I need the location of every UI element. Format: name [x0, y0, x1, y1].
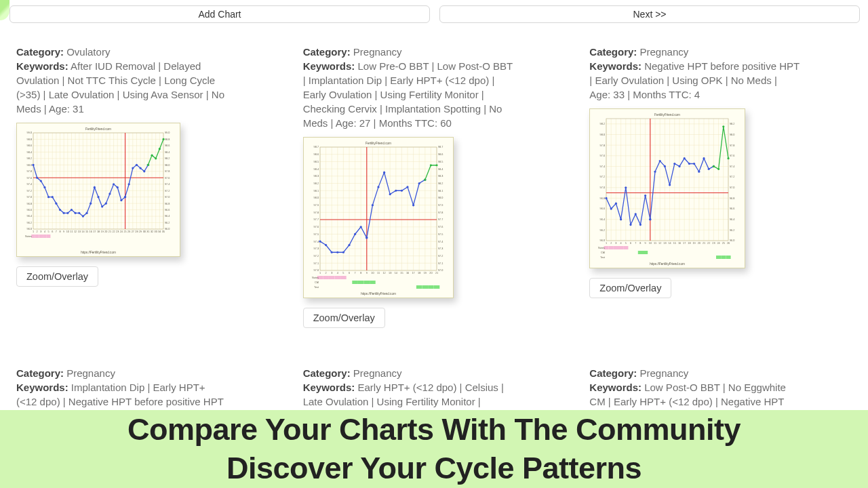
svg-text:15: 15 — [85, 230, 88, 233]
svg-point-278 — [377, 186, 379, 188]
svg-point-140 — [101, 205, 103, 207]
zoom-overlay-button[interactable]: Zoom/Overlay — [303, 308, 385, 328]
chart-thumbnail[interactable]: 96.096.096.296.296.496.496.696.696.896.8… — [589, 108, 745, 268]
svg-rect-163 — [47, 235, 51, 238]
svg-text:97.2: 97.2 — [438, 255, 443, 258]
svg-text:97.8: 97.8 — [600, 144, 605, 147]
svg-point-276 — [366, 237, 368, 239]
svg-text:16: 16 — [406, 272, 409, 274]
svg-text:https://FertilityFriend.com: https://FertilityFriend.com — [81, 251, 116, 254]
svg-point-271 — [342, 251, 344, 253]
svg-text:97.4: 97.4 — [600, 165, 605, 168]
chart-thumbnail[interactable]: 97.097.097.197.197.297.297.397.397.497.4… — [303, 137, 454, 298]
svg-text:97.1: 97.1 — [438, 262, 443, 265]
svg-rect-301 — [416, 285, 422, 289]
svg-point-425 — [717, 168, 719, 170]
svg-text:96.0: 96.0 — [27, 228, 32, 230]
chart-card: Category: PregnancyKeywords: Negative HP… — [589, 45, 852, 328]
svg-point-149 — [132, 167, 134, 169]
svg-point-404 — [625, 186, 627, 188]
svg-text:7: 7 — [354, 272, 355, 274]
svg-point-283 — [406, 186, 408, 188]
svg-text:17: 17 — [93, 230, 96, 233]
svg-text:26: 26 — [127, 230, 130, 233]
svg-text:1: 1 — [606, 242, 607, 245]
category-label: Category: — [589, 46, 637, 58]
svg-point-151 — [140, 167, 142, 169]
svg-text:Notes: Notes — [598, 247, 605, 249]
svg-point-426 — [723, 125, 725, 127]
zoom-overlay-button[interactable]: Zoom/Overlay — [16, 266, 98, 287]
svg-text:7: 7 — [635, 242, 636, 245]
svg-point-136 — [85, 212, 87, 214]
svg-text:97.6: 97.6 — [313, 226, 318, 228]
svg-text:8: 8 — [59, 230, 60, 233]
svg-text:96.0: 96.0 — [165, 228, 170, 230]
svg-text:98.1: 98.1 — [438, 190, 443, 192]
svg-text:20: 20 — [429, 272, 432, 274]
svg-text:26: 26 — [727, 242, 730, 245]
svg-point-141 — [105, 203, 107, 205]
zoom-overlay-button[interactable]: Zoom/Overlay — [589, 278, 671, 298]
svg-point-158 — [162, 138, 164, 140]
svg-rect-304 — [433, 285, 439, 289]
svg-text:15: 15 — [400, 272, 403, 274]
svg-point-138 — [94, 186, 96, 188]
svg-rect-299 — [370, 281, 376, 284]
svg-text:9: 9 — [366, 272, 367, 274]
svg-point-155 — [151, 155, 153, 157]
svg-rect-298 — [363, 281, 370, 284]
svg-point-400 — [606, 197, 608, 199]
svg-text:11: 11 — [377, 272, 380, 274]
add-chart-button[interactable]: Add Chart — [9, 5, 430, 23]
svg-rect-293 — [334, 276, 340, 279]
svg-point-145 — [120, 199, 122, 201]
svg-point-137 — [90, 203, 92, 205]
svg-text:97.8: 97.8 — [313, 211, 318, 214]
svg-text:10: 10 — [371, 272, 374, 274]
svg-point-133 — [75, 212, 77, 214]
svg-rect-292 — [329, 276, 335, 279]
svg-text:3: 3 — [40, 230, 41, 233]
svg-rect-162 — [43, 235, 47, 238]
svg-text:25: 25 — [123, 230, 126, 233]
svg-point-122 — [32, 164, 34, 166]
svg-text:https://FertilityFriend.com: https://FertilityFriend.com — [650, 262, 686, 266]
svg-text:20: 20 — [698, 242, 701, 245]
svg-point-130 — [63, 212, 65, 214]
svg-text:23: 23 — [713, 242, 715, 245]
svg-text:96.6: 96.6 — [165, 209, 170, 211]
svg-text:98.0: 98.0 — [730, 134, 734, 136]
category-value: Pregnancy — [353, 46, 402, 58]
svg-text:98.6: 98.6 — [438, 153, 443, 156]
svg-text:2: 2 — [325, 272, 326, 274]
svg-point-402 — [615, 203, 617, 205]
svg-text:97.5: 97.5 — [438, 233, 443, 236]
svg-rect-296 — [352, 281, 358, 284]
banner-line-2: Discover Your Cycle Patterns — [226, 449, 642, 487]
svg-text:14: 14 — [394, 272, 397, 274]
svg-text:96.6: 96.6 — [27, 209, 32, 211]
svg-text:97.4: 97.4 — [730, 165, 734, 168]
svg-text:96.8: 96.8 — [27, 203, 32, 205]
svg-point-132 — [71, 209, 73, 211]
svg-rect-297 — [358, 281, 364, 284]
svg-point-424 — [713, 165, 715, 167]
svg-text:96.4: 96.4 — [730, 218, 734, 221]
category-value: Pregnancy — [66, 367, 115, 379]
chart-thumbnail[interactable]: 96.096.096.296.296.496.496.696.696.896.8… — [16, 123, 180, 257]
svg-text:98.2: 98.2 — [27, 157, 32, 160]
svg-text:97.6: 97.6 — [27, 177, 32, 180]
svg-text:96.4: 96.4 — [600, 218, 605, 221]
svg-point-411 — [654, 171, 656, 173]
svg-text:97.2: 97.2 — [730, 176, 734, 178]
chart-card: Category: OvulatoryKeywords: After IUD R… — [16, 45, 279, 328]
svg-text:98.6: 98.6 — [165, 144, 170, 147]
svg-point-157 — [159, 148, 161, 150]
svg-text:96.0: 96.0 — [600, 239, 605, 242]
svg-text:17: 17 — [683, 242, 686, 245]
svg-rect-439 — [726, 256, 731, 259]
next-button[interactable]: Next >> — [439, 5, 860, 23]
svg-text:97.3: 97.3 — [313, 247, 318, 250]
category-label: Category: — [16, 367, 64, 379]
